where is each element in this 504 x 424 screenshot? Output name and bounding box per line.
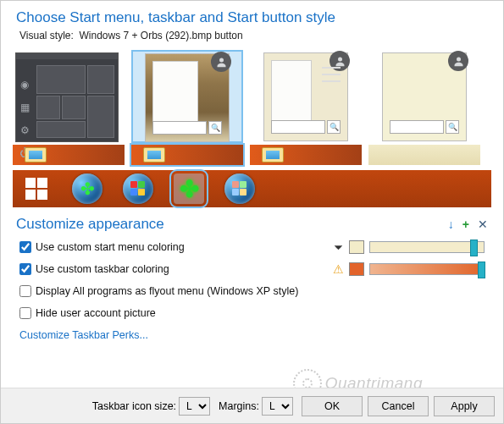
- start-button-row: ✤ ✤: [13, 170, 491, 207]
- orb-windows-tiles[interactable]: [21, 173, 52, 204]
- checkbox-input[interactable]: [19, 307, 31, 319]
- taskbar-preview-row: [1, 143, 503, 165]
- color-swatch[interactable]: [349, 262, 364, 276]
- taskbar-preview[interactable]: [13, 145, 125, 165]
- cancel-button[interactable]: Cancel: [368, 396, 429, 416]
- apply-button[interactable]: Apply: [434, 396, 495, 416]
- search-icon: 🔍: [327, 120, 341, 134]
- preview-beige[interactable]: 🔍: [250, 50, 362, 143]
- preview-dark[interactable]: ◉ ▦ ⚙ ⏻: [13, 50, 125, 143]
- startmenu-preview-row: ◉ ▦ ⚙ ⏻: [1, 47, 503, 143]
- gear-icon: ⚙: [20, 124, 30, 136]
- checkbox-hideuser[interactable]: Hide user account picture: [19, 307, 156, 319]
- taskbar-preview[interactable]: [131, 145, 243, 165]
- taskbar-preview[interactable]: [368, 145, 480, 165]
- orb-windows-classic[interactable]: [123, 173, 153, 204]
- slider-track[interactable]: [369, 263, 485, 275]
- photo-icon: ▦: [20, 102, 30, 113]
- orb-clover-green[interactable]: ✤: [174, 173, 204, 204]
- option-taskbar-coloring: Use custom taskbar coloring ⚠: [19, 258, 485, 280]
- option-label: Hide user account picture: [36, 307, 156, 319]
- slider-track[interactable]: [369, 241, 485, 253]
- color-swatch[interactable]: [349, 240, 364, 254]
- options-list: Use custom start menu coloring ⏷ Use cus…: [1, 234, 503, 326]
- visual-style-row: Visual style: Windows 7 + Orbs (292).bmp…: [1, 30, 503, 47]
- checkbox-input[interactable]: [19, 285, 31, 297]
- preview-pale[interactable]: 🔍: [368, 50, 480, 143]
- folder-icon: [262, 147, 284, 162]
- ok-button[interactable]: OK: [302, 396, 363, 416]
- search-icon: 🔍: [208, 121, 222, 135]
- folder-icon: [25, 147, 47, 162]
- add-icon[interactable]: +: [462, 218, 469, 231]
- margins-label: Margins:: [219, 400, 259, 412]
- customize-perks-link[interactable]: Customize Taskbar Perks...: [1, 326, 503, 344]
- preview-gold[interactable]: 🔍: [131, 50, 243, 143]
- warning-icon: ⚠: [333, 262, 344, 276]
- header: Choose Start menu, taskbar and Start but…: [1, 1, 503, 30]
- clover-icon: ✤: [174, 173, 204, 204]
- margins-select[interactable]: L: [262, 397, 293, 416]
- folder-icon: [143, 147, 165, 162]
- close-icon[interactable]: ✕: [478, 218, 488, 231]
- option-label: Display All programs as flyout menu (Win…: [36, 285, 298, 297]
- download-icon[interactable]: ↓: [448, 218, 454, 231]
- drop-icon[interactable]: ⏷: [333, 241, 344, 254]
- slider-thumb[interactable]: [478, 262, 485, 278]
- option-hide-user: Hide user account picture: [19, 302, 485, 324]
- user-icon: ◉: [20, 79, 29, 91]
- option-flyout: Display All programs as flyout menu (Win…: [19, 280, 485, 302]
- checkbox-flyout[interactable]: Display All programs as flyout menu (Win…: [19, 285, 298, 297]
- slider-thumb[interactable]: [470, 240, 478, 256]
- icon-size-select[interactable]: L: [179, 397, 210, 416]
- option-label: Use custom taskbar coloring: [36, 263, 169, 275]
- checkbox-taskbar[interactable]: Use custom taskbar coloring: [19, 263, 169, 275]
- section-title: Customize appearance: [16, 216, 448, 233]
- page-title: Choose Start menu, taskbar and Start but…: [16, 9, 488, 26]
- icon-size-label: Taskbar icon size:: [92, 400, 176, 412]
- search-icon: 🔍: [446, 120, 459, 134]
- orb-windows-flat[interactable]: [224, 173, 255, 204]
- visual-style-label: Visual style:: [19, 30, 74, 41]
- taskbar-preview[interactable]: [250, 145, 362, 165]
- visual-style-value: Windows 7 + Orbs (292).bmp button: [79, 30, 242, 41]
- checkbox-input[interactable]: [19, 241, 31, 253]
- checkbox-input[interactable]: [19, 263, 31, 275]
- dialog-footer: Taskbar icon size: L Margins: L OK Cance…: [1, 388, 503, 423]
- option-startmenu-coloring: Use custom start menu coloring ⏷: [19, 236, 485, 258]
- appearance-header: Customize appearance ↓ + ✕: [1, 207, 503, 234]
- orb-clover-dark[interactable]: ✤: [72, 173, 102, 204]
- option-label: Use custom start menu coloring: [36, 241, 185, 253]
- checkbox-startmenu[interactable]: Use custom start menu coloring: [19, 241, 185, 253]
